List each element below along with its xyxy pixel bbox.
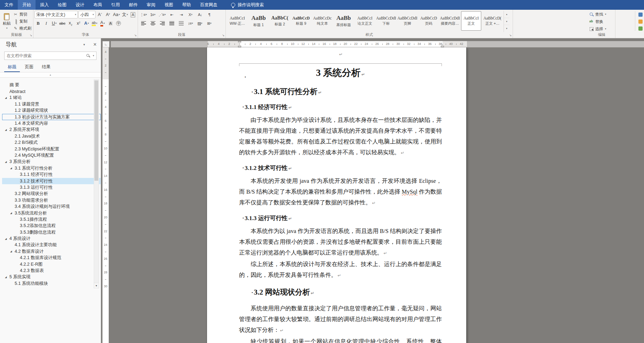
nav-heading-item[interactable]: 3.3 功能需求分析 xyxy=(2,197,101,203)
nav-heading-item[interactable]: 3.1.1 经济可行性 xyxy=(2,171,101,178)
underline-button[interactable]: U▾ xyxy=(51,20,58,27)
ribbon-tab[interactable]: 绘图 xyxy=(53,0,71,10)
nav-heading-item[interactable]: 3.5.3删除信息流程 xyxy=(2,229,101,235)
doc-p[interactable]: 本系统的开发使用 java 作为系统开发的开发语言，开发环境选择 Eclipse… xyxy=(239,176,442,209)
bullets-button[interactable]: ⋮≡▾ xyxy=(139,11,148,18)
tell-me-search[interactable]: 操作说明搜索 xyxy=(231,0,264,10)
clipped-button-2[interactable] xyxy=(638,18,644,25)
doc-h1[interactable]: ▪3 系统分析↵ xyxy=(239,67,442,80)
nav-heading-item[interactable]: ◢5 系统实现 xyxy=(2,274,101,280)
expand-triangle-icon[interactable]: ◢ xyxy=(5,237,9,240)
sort-button[interactable]: A↓ xyxy=(196,11,204,18)
nav-heading-item[interactable]: 2.3 MyEclipse环境配置 xyxy=(2,146,101,152)
style-card[interactable]: AaBbCcDc纯文本 xyxy=(312,11,332,31)
nav-heading-item[interactable]: ◢3.5系统流程分析 xyxy=(2,210,101,216)
nav-scrollbar-thumb[interactable] xyxy=(94,80,98,181)
chevron-down-icon[interactable]: ▾ xyxy=(83,43,85,46)
align-right-button[interactable] xyxy=(158,20,167,27)
paragraph-dialog-launcher[interactable]: ↘ xyxy=(222,34,224,37)
cut-button[interactable]: ✂ 剪切 xyxy=(13,11,32,18)
ribbon-tab[interactable]: 文件 xyxy=(0,0,18,10)
doc-h3[interactable]: ▪3.1.3 运行可行性↵ xyxy=(239,214,442,223)
find-button[interactable]: 查找▾ xyxy=(589,11,614,17)
nav-heading-item[interactable]: 4.1 系统设计主要功能 xyxy=(2,242,101,248)
nav-heading-item[interactable]: 3.1.3 运行可行性 xyxy=(2,184,101,190)
font-name-select[interactable]: 宋体 (中文正文) ▾ xyxy=(34,11,78,18)
nav-heading-item[interactable]: 4.2.1 数据库设计规范 xyxy=(2,255,101,261)
strikethrough-button[interactable]: abc xyxy=(59,20,66,27)
ribbon-tab[interactable]: 开始 xyxy=(18,0,36,10)
nav-heading-item[interactable]: 摘 要 xyxy=(2,82,101,88)
doc-h2[interactable]: ▪3.2 网站现状分析↵ xyxy=(239,287,442,298)
shrink-font-button[interactable]: Av xyxy=(104,11,112,18)
nav-heading-item[interactable]: ◢4 系统设计 xyxy=(2,235,101,242)
gallery-scroll-up-button[interactable]: ▴ xyxy=(504,11,509,18)
format-painter-button[interactable]: ✎ 格式刷 xyxy=(13,25,32,32)
style-card[interactable]: AaBbCcIWW-正… xyxy=(227,11,247,31)
character-shading-button[interactable]: A xyxy=(107,20,114,27)
nav-heading-item[interactable]: 2.2 B/S模式 xyxy=(2,140,101,146)
ribbon-tab[interactable]: 邮件 xyxy=(124,0,142,10)
nav-tab[interactable]: 结果 xyxy=(38,63,54,72)
expand-triangle-icon[interactable]: ◢ xyxy=(5,161,9,163)
ribbon-tab[interactable]: 布局 xyxy=(89,0,107,10)
doc-p[interactable]: 缺少统筹规划，如果一个网站在信息化管理中缺少综合性、系统性、整体性，那不可避免的… xyxy=(239,336,442,343)
search-icon[interactable] xyxy=(86,54,90,58)
multilevel-list-button[interactable]: ⋰≡▾ xyxy=(158,11,167,18)
style-card[interactable]: AaBbC(标题 2 xyxy=(270,11,290,31)
copy-button[interactable]: 复制 xyxy=(13,18,32,25)
text-effects-button[interactable]: A▾ xyxy=(83,20,90,27)
expand-triangle-icon[interactable]: ◢ xyxy=(5,276,9,279)
font-color-button[interactable]: A▾ xyxy=(99,20,106,27)
style-card[interactable]: AaBbCcD页码 xyxy=(419,11,439,31)
close-icon[interactable]: × xyxy=(93,41,97,48)
horizontal-ruler[interactable]: 2468101214161820222426283032343638404224… xyxy=(111,41,644,47)
nav-heading-item[interactable]: 2.1 Java技术 xyxy=(2,133,101,139)
nav-heading-item[interactable]: 3.2 网站现状分析 xyxy=(2,191,101,197)
nav-heading-item[interactable]: ◢3.1 系统可行性分析 xyxy=(2,165,101,171)
nav-search-input[interactable] xyxy=(7,53,84,58)
style-card[interactable]: AaBbCcD(正文 +… xyxy=(482,11,503,31)
show-formatting-marks-button[interactable]: ¶ xyxy=(205,11,214,18)
style-card[interactable]: AaBbCcD标题 9 xyxy=(291,11,311,31)
grow-font-button[interactable]: A^ xyxy=(96,11,104,18)
document-page[interactable]: ↵▪3 系统分析↵▪3.1 系统可行性分析↵▪3.1.1 经济可行性↵由于本系统… xyxy=(207,47,466,343)
increase-indent-button[interactable]: ⇥ xyxy=(177,11,185,18)
nav-heading-item[interactable]: 1.3 初步设计方法与实施方案 xyxy=(2,114,101,120)
decrease-indent-button[interactable]: ⇤ xyxy=(167,11,176,18)
gallery-more-button[interactable]: ▾ xyxy=(504,25,509,32)
nav-heading-item[interactable]: 1.4 本文研究内容 xyxy=(2,120,101,126)
shading-button[interactable]: ▨▾ xyxy=(196,20,204,27)
font-dialog-launcher[interactable]: ↘ xyxy=(134,34,137,37)
nav-heading-item[interactable]: 2.4 MySQL环境配置 xyxy=(2,152,101,158)
nav-tab[interactable]: 页面 xyxy=(21,63,37,72)
nav-heading-item[interactable]: 1.2 课题研究现状 xyxy=(2,108,101,114)
expand-triangle-icon[interactable]: ◢ xyxy=(5,96,9,99)
change-case-button[interactable]: Aa▾ xyxy=(112,11,121,18)
enclose-characters-button[interactable]: 字 xyxy=(115,20,122,27)
doc-h2[interactable]: ▪3.1 系统可行性分析↵ xyxy=(239,87,442,98)
ribbon-tab[interactable]: 引用 xyxy=(107,0,124,10)
nav-heading-item[interactable]: ◢2 系统开发环境 xyxy=(2,127,101,133)
italic-button[interactable]: I xyxy=(43,20,50,27)
clipboard-dialog-launcher[interactable]: ↘ xyxy=(30,34,32,37)
style-card[interactable]: AaBb基排标题 xyxy=(334,11,354,31)
ribbon-tab[interactable]: 视图 xyxy=(160,0,178,10)
line-spacing-button[interactable]: ↕≡▾ xyxy=(186,20,195,27)
empty-paragraph[interactable]: ↵ xyxy=(239,49,442,59)
select-button[interactable]: 选择▾ xyxy=(589,26,614,32)
nav-scroll-up-strip[interactable]: ▴ xyxy=(0,72,101,78)
nav-heading-item[interactable]: 5.1 系统功能模块 xyxy=(2,280,101,287)
ribbon-tab[interactable]: 审阅 xyxy=(142,0,160,10)
subscript-button[interactable]: x2 xyxy=(67,20,74,27)
style-card[interactable]: AaBbCcDdI下标 xyxy=(376,11,396,31)
nav-heading-item[interactable]: 3.5.2添加信息流程 xyxy=(2,223,101,229)
distribute-button[interactable] xyxy=(177,20,185,27)
nav-heading-item[interactable]: ◢3 系统分析 xyxy=(2,159,101,165)
align-center-button[interactable] xyxy=(148,20,157,27)
nav-heading-item[interactable]: 3.1.2 技术可行性 xyxy=(2,178,101,184)
nav-tab[interactable]: 标题 xyxy=(4,63,20,72)
nav-scrollbar[interactable]: ▼ xyxy=(94,79,99,288)
nav-heading-item[interactable]: ◢4.2 数据库设计 xyxy=(2,248,101,255)
nav-heading-item[interactable]: 4.2.3 数据表 xyxy=(2,267,101,274)
